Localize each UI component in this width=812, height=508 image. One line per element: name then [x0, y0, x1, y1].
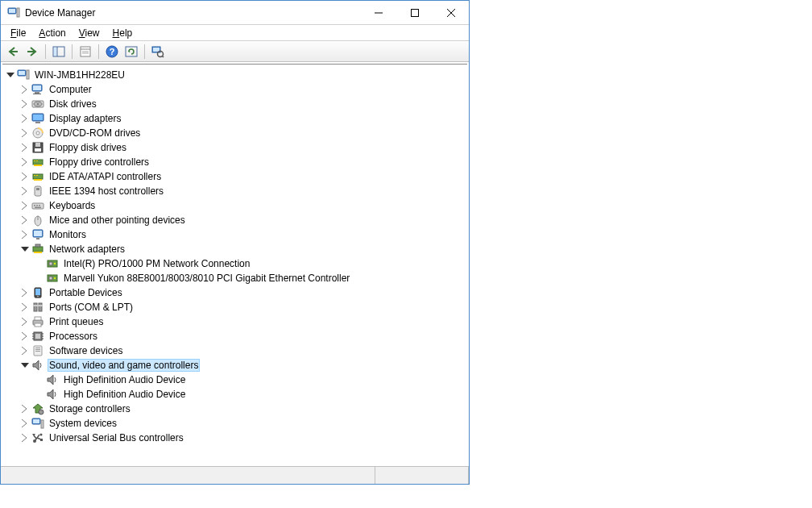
- tree-label: WIN-JMB1HH228EU: [33, 69, 126, 81]
- toolbar-back-button[interactable]: [4, 43, 22, 60]
- tree-node-disk-drives[interactable]: Disk drives: [4, 97, 466, 111]
- tree-label: Processors: [48, 331, 99, 342]
- tree-node-usb-controllers[interactable]: Universal Serial Bus controllers: [4, 431, 466, 445]
- software-icon: [31, 344, 44, 357]
- toolbar-help-button[interactable]: [103, 43, 121, 60]
- tree-label: System devices: [48, 418, 118, 429]
- tree-node-print-queues[interactable]: Print queues: [4, 314, 466, 329]
- tree-label: Marvell Yukon 88E8001/8003/8010 PCI Giga…: [62, 273, 351, 284]
- expander-icon[interactable]: [20, 230, 30, 239]
- system-icon: [31, 417, 44, 430]
- toolbar-refresh-button[interactable]: [122, 43, 140, 60]
- toolbar-forward-button[interactable]: [23, 43, 41, 60]
- tree-label: Floppy disk drives: [48, 142, 128, 153]
- expander-icon[interactable]: [20, 85, 30, 94]
- tree-node-system-devices[interactable]: System devices: [4, 416, 466, 431]
- tree-node-mice[interactable]: Mice and other pointing devices: [4, 213, 466, 227]
- menu-help[interactable]: Help: [106, 26, 139, 40]
- cpu-icon: [31, 330, 44, 343]
- tree-node-floppy-disk[interactable]: Floppy disk drives: [4, 140, 466, 155]
- tree-node-monitors[interactable]: Monitors: [4, 227, 466, 242]
- minimize-icon: [375, 9, 383, 17]
- tree-label: High Definition Audio Device: [62, 374, 187, 385]
- expander-icon[interactable]: [20, 157, 30, 167]
- expander-icon[interactable]: [20, 346, 30, 356]
- tree-label: IDE ATA/ATAPI controllers: [48, 171, 163, 182]
- computer-category-icon: [31, 83, 44, 96]
- expander-icon[interactable]: [6, 70, 15, 80]
- expander-icon[interactable]: [20, 433, 30, 443]
- nic-icon: [46, 257, 59, 270]
- close-button[interactable]: [433, 1, 469, 24]
- tree-node-storage-controllers[interactable]: Storage controllers: [4, 402, 466, 416]
- tree-node-nic-intel[interactable]: Intel(R) PRO/1000 PM Network Connection: [4, 256, 466, 271]
- tree-node-display-adapters[interactable]: Display adapters: [4, 111, 466, 126]
- tree-node-ports[interactable]: Ports (COM & LPT): [4, 300, 466, 314]
- tree-node-floppy-controllers[interactable]: Floppy drive controllers: [4, 155, 466, 169]
- portable-icon: [31, 286, 44, 299]
- tree-label: Software devices: [48, 345, 124, 356]
- expander-icon[interactable]: [20, 404, 30, 414]
- expander-icon[interactable]: [20, 244, 30, 254]
- expander-icon[interactable]: [20, 114, 30, 123]
- expander-icon[interactable]: [20, 143, 30, 152]
- speaker-icon: [46, 388, 59, 401]
- toolbar-scan-button[interactable]: [149, 43, 167, 60]
- expander-icon[interactable]: [20, 418, 30, 428]
- toolbar-separator: [144, 44, 145, 59]
- tree-label: Portable Devices: [48, 287, 124, 298]
- tree-node-ieee1394[interactable]: IEEE 1394 host controllers: [4, 184, 466, 198]
- refresh-icon: [125, 45, 138, 58]
- expander-icon[interactable]: [20, 172, 30, 181]
- expander-icon[interactable]: [20, 186, 30, 196]
- menu-file[interactable]: File: [4, 26, 32, 40]
- tree-label: Display adapters: [48, 113, 122, 124]
- tree-node-software-devices[interactable]: Software devices: [4, 344, 466, 358]
- tree-label: Ports (COM & LPT): [48, 302, 135, 313]
- window-title: Device Manager: [25, 7, 360, 19]
- expander-icon[interactable]: [20, 215, 30, 225]
- app-icon: [7, 6, 20, 19]
- tree-label: Floppy drive controllers: [48, 156, 151, 168]
- tree-node-hda-device[interactable]: High Definition Audio Device: [4, 387, 466, 402]
- expander-icon[interactable]: [20, 360, 30, 370]
- close-icon: [447, 9, 455, 17]
- expander-icon[interactable]: [20, 331, 30, 341]
- toolbar-separator: [72, 44, 72, 59]
- tree-label: Disk drives: [48, 98, 98, 110]
- tree-label: Intel(R) PRO/1000 PM Network Connection: [62, 258, 251, 269]
- toolbar-panes-button[interactable]: [50, 43, 68, 60]
- expander-icon[interactable]: [20, 128, 30, 138]
- tree-node-ide-atapi[interactable]: IDE ATA/ATAPI controllers: [4, 169, 466, 184]
- device-manager-window: Device Manager File Action View Help: [0, 0, 470, 485]
- tree-node-nic-marvell[interactable]: Marvell Yukon 88E8001/8003/8010 PCI Giga…: [4, 271, 466, 285]
- expander-icon[interactable]: [20, 288, 30, 298]
- svg-rect-86: [411, 9, 418, 16]
- printer-icon: [31, 315, 44, 328]
- expander-icon[interactable]: [20, 302, 30, 312]
- tree-node-processors[interactable]: Processors: [4, 329, 466, 344]
- tree-node-keyboards[interactable]: Keyboards: [4, 198, 466, 213]
- minimize-button[interactable]: [360, 1, 396, 24]
- menu-view[interactable]: View: [72, 26, 106, 40]
- menu-action[interactable]: Action: [32, 26, 72, 40]
- tree-node-root[interactable]: WIN-JMB1HH228EU: [4, 68, 466, 82]
- mouse-icon: [31, 214, 44, 227]
- tree-label: Network adapters: [48, 244, 126, 255]
- maximize-button[interactable]: [396, 1, 433, 24]
- tree-label: Print queues: [48, 316, 105, 327]
- tree-node-portable-devices[interactable]: Portable Devices: [4, 285, 466, 300]
- expander-icon[interactable]: [20, 317, 30, 327]
- tree-node-hda-device[interactable]: High Definition Audio Device: [4, 373, 466, 387]
- tree-node-sound-video-game[interactable]: Sound, video and game controllers: [4, 358, 466, 373]
- tree-node-network-adapters[interactable]: Network adapters: [4, 242, 466, 256]
- tree-node-dvd-cdrom[interactable]: DVD/CD-ROM drives: [4, 126, 466, 140]
- nic-icon: [46, 272, 59, 285]
- ide-icon: [31, 170, 44, 183]
- expander-icon[interactable]: [20, 201, 30, 210]
- tree-node-computer[interactable]: Computer: [4, 82, 466, 97]
- toolbar-properties-button[interactable]: [77, 43, 94, 60]
- expander-icon[interactable]: [20, 99, 30, 109]
- storage-icon: [31, 402, 44, 415]
- device-tree[interactable]: WIN-JMB1HH228EU Computer Disk drives Dis…: [2, 64, 467, 464]
